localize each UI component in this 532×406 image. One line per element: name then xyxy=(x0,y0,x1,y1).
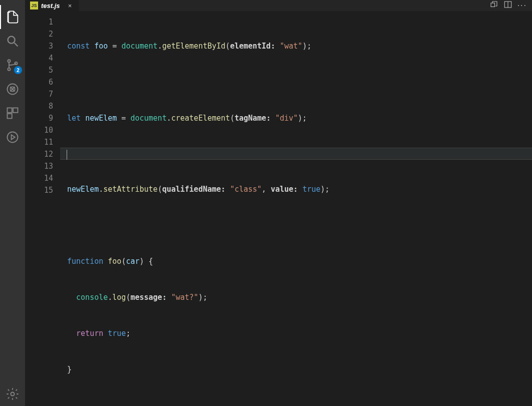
split-editor-icon[interactable] xyxy=(503,0,512,11)
svg-point-0 xyxy=(8,37,15,44)
svg-rect-8 xyxy=(13,108,18,113)
explorer-icon[interactable] xyxy=(0,5,25,29)
line-number: 2 xyxy=(25,28,53,40)
line-number: 4 xyxy=(25,52,53,64)
line-gutter: 1 2 3 4 5 6 7 8 9 10 11 12 13 14 15 xyxy=(25,11,60,406)
line-number: 5 xyxy=(25,64,53,76)
scm-badge: 2 xyxy=(14,66,22,74)
js-file-icon: JS xyxy=(30,2,38,10)
more-actions-icon[interactable]: ··· xyxy=(517,1,527,10)
code-line: } xyxy=(60,363,532,375)
editor-actions: ··· xyxy=(489,0,532,11)
svg-rect-7 xyxy=(8,108,12,113)
source-control-icon[interactable]: 2 xyxy=(0,53,25,77)
line-number: 6 xyxy=(25,76,53,88)
code-line: let newElem = document.createElement(tag… xyxy=(60,112,532,124)
settings-icon[interactable] xyxy=(0,382,25,406)
text-cursor xyxy=(67,150,67,160)
line-number: 1 xyxy=(25,16,53,28)
svg-point-10 xyxy=(8,132,18,143)
tab-filename: test.js xyxy=(41,2,60,10)
line-number: 9 xyxy=(25,112,53,124)
svg-point-11 xyxy=(11,392,15,396)
code-line-current xyxy=(60,148,532,160)
svg-line-1 xyxy=(15,43,18,47)
code-line: function foo(car) { xyxy=(60,255,532,267)
debug-icon[interactable] xyxy=(0,77,25,101)
tab-bar: JS test.js × ··· xyxy=(25,0,532,11)
line-number: 3 xyxy=(25,40,53,52)
line-number: 15 xyxy=(25,184,53,196)
line-number: 10 xyxy=(25,124,53,136)
code-line xyxy=(60,76,532,88)
svg-point-2 xyxy=(8,60,10,62)
line-number: 13 xyxy=(25,160,53,172)
line-number: 7 xyxy=(25,88,53,100)
line-number: 12 xyxy=(25,148,53,160)
editor[interactable]: 1 2 3 4 5 6 7 8 9 10 11 12 13 14 15 cons… xyxy=(25,11,532,406)
code-line: return true; xyxy=(60,327,532,339)
activity-bar: 2 xyxy=(0,0,25,406)
svg-rect-12 xyxy=(491,3,495,7)
line-number: 14 xyxy=(25,172,53,184)
tab-test-js[interactable]: JS test.js × xyxy=(25,0,79,11)
close-icon[interactable]: × xyxy=(66,2,74,10)
line-number: 8 xyxy=(25,100,53,112)
search-icon[interactable] xyxy=(0,29,25,53)
code-line xyxy=(60,399,532,406)
svg-rect-9 xyxy=(8,114,12,118)
code-line: const foo = document.getElementById(elem… xyxy=(60,40,532,52)
svg-point-3 xyxy=(8,68,10,71)
code-line: console.log(message: "wat?"); xyxy=(60,291,532,303)
code-content[interactable]: const foo = document.getElementById(elem… xyxy=(60,11,532,406)
extensions-icon[interactable] xyxy=(0,101,25,125)
line-number: 11 xyxy=(25,136,53,148)
task-explorer-icon[interactable] xyxy=(0,125,25,149)
editor-group: JS test.js × ··· 1 2 3 4 5 6 7 8 9 10 11 xyxy=(25,0,532,406)
code-line: newElem.setAttribute(qualifiedName: "cla… xyxy=(60,183,532,195)
compare-changes-icon[interactable] xyxy=(489,0,498,11)
code-line xyxy=(60,219,532,231)
